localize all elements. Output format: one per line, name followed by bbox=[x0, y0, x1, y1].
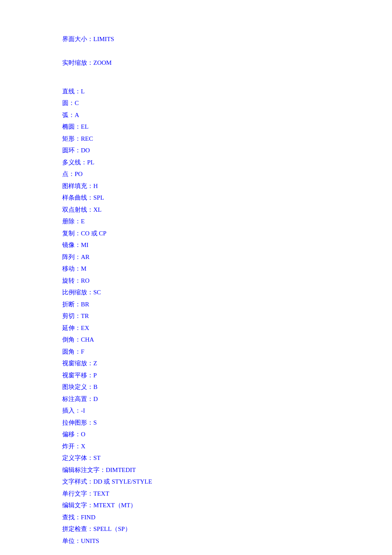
item-limits: 界面大小：LIMITS bbox=[62, 33, 330, 45]
item-hatch: 图样填充：H bbox=[62, 180, 330, 192]
item-chamfer: 倒角：CHA bbox=[62, 334, 330, 346]
item-stretch: 拉伸图形：S bbox=[62, 417, 330, 429]
item-point: 点：PO bbox=[62, 168, 330, 180]
item-spell: 拼定检查：SPELL（SP） bbox=[62, 523, 330, 535]
item-break: 折断：BR bbox=[62, 298, 330, 311]
draw-section: 直线：L 圆：C 弧：A 椭圆：EL 矩形：REC 圆环：DO 多义线：PL 点… bbox=[62, 86, 330, 547]
item-vzoom: 视窗缩放：Z bbox=[62, 357, 330, 369]
item-extend: 延伸：EX bbox=[62, 322, 330, 334]
item-mirror: 镜像：MI bbox=[62, 239, 330, 251]
item-dim: 标注高置：D bbox=[62, 393, 330, 405]
item-xline: 双点射线：XL bbox=[62, 204, 330, 216]
item-find: 查找：FIND bbox=[62, 511, 330, 523]
item-zoom: 实时缩放：ZOOM bbox=[62, 57, 330, 69]
item-dimtedit: 编辑标注文字：DIMTEDIT bbox=[62, 464, 330, 476]
item-mtext: 编辑文字：MTEXT（MT） bbox=[62, 499, 330, 511]
item-explode: 炸开：X bbox=[62, 440, 330, 452]
item-offset: 偏移：O bbox=[62, 428, 330, 440]
item-rotate: 旋转：RO bbox=[62, 275, 330, 287]
settings-section: 界面大小：LIMITS 实时缩放：ZOOM bbox=[62, 33, 330, 69]
main-content: 界面大小：LIMITS 实时缩放：ZOOM 直线：L 圆：C 弧：A 椭圆：EL… bbox=[62, 33, 330, 547]
item-circle: 圆：C bbox=[62, 97, 330, 109]
item-vpan: 视窗平移：P bbox=[62, 369, 330, 381]
item-style: 定义字体：ST bbox=[62, 452, 330, 464]
item-arc: 弧：A bbox=[62, 109, 330, 121]
item-erase: 册除：E bbox=[62, 215, 330, 227]
item-copy: 复制：CO 或 CP bbox=[62, 227, 330, 240]
item-fillet: 圆角：F bbox=[62, 346, 330, 358]
item-line: 直线：L bbox=[62, 86, 330, 98]
item-ellipse: 椭圆：EL bbox=[62, 121, 330, 133]
item-polyline: 多义线：PL bbox=[62, 156, 330, 169]
item-move: 移动：M bbox=[62, 263, 330, 275]
item-scale: 比例缩放：SC bbox=[62, 286, 330, 298]
item-trim: 剪切：TR bbox=[62, 310, 330, 322]
item-donut: 圆环：DO bbox=[62, 144, 330, 156]
item-textstyle: 文字样式：DD 或 STYLE/STYLE bbox=[62, 476, 330, 488]
item-units: 单位：UNITS bbox=[62, 535, 330, 547]
item-array: 阵列：AR bbox=[62, 251, 330, 263]
item-block: 图块定义：B bbox=[62, 381, 330, 393]
item-rect: 矩形：REC bbox=[62, 133, 330, 145]
item-spline: 样条曲线：SPL bbox=[62, 192, 330, 204]
item-insert: 插入：-I bbox=[62, 405, 330, 417]
item-text: 单行文字：TEXT bbox=[62, 488, 330, 500]
